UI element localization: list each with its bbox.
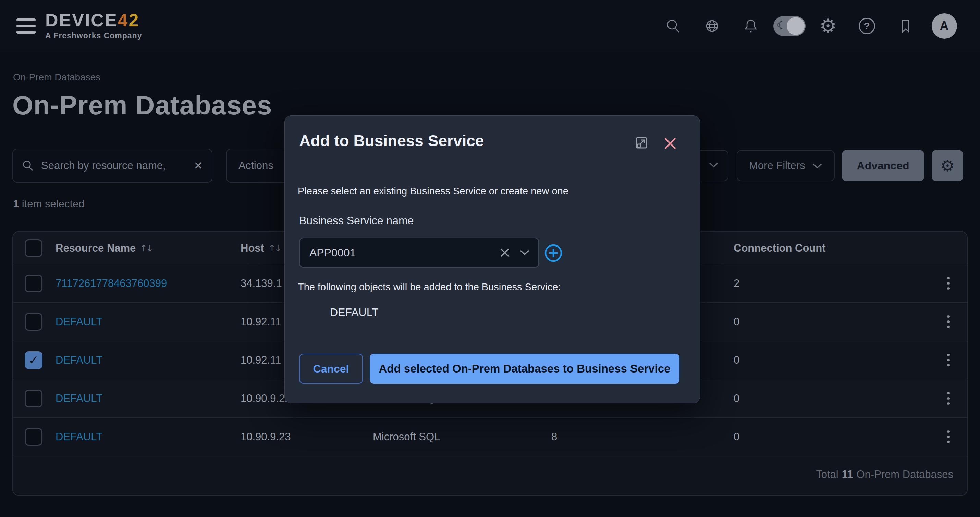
row-checkbox-checked[interactable]: ✓ — [25, 351, 43, 369]
connection-count-cell: 2 — [733, 278, 941, 290]
theme-toggle[interactable]: ☾ — [770, 16, 809, 36]
row-kebab-menu-icon[interactable] — [941, 430, 955, 443]
type-cell: Microsoft SQL — [373, 431, 551, 443]
connection-count-cell: 0 — [733, 392, 941, 405]
row-checkbox[interactable]: ✓ — [25, 428, 43, 446]
cancel-button[interactable]: Cancel — [299, 354, 363, 384]
moon-icon: ☾ — [777, 19, 786, 31]
device42-logo: DEVICE42 A Freshworks Company — [45, 11, 142, 40]
selection-count: 1 — [13, 198, 19, 210]
logo-tagline: A Freshworks Company — [45, 31, 142, 40]
chevron-down-icon[interactable] — [519, 249, 530, 256]
table-row: ✓ DEFAULT 10.90.9.23 Microsoft SQL 8 0 — [13, 418, 967, 456]
connection-count-cell: 0 — [733, 431, 941, 443]
top-navigation-bar: DEVICE42 A Freshworks Company ☾ ⚙ ? A — [0, 0, 980, 52]
globe-language-icon[interactable] — [692, 18, 731, 34]
more-filters-label: More Filters — [749, 160, 805, 172]
resource-name-link[interactable]: DEFAULT — [56, 316, 240, 328]
modal-description: Please select an existing Business Servi… — [298, 186, 568, 197]
page-title: On-Prem Databases — [12, 90, 272, 121]
connection-count-cell: 0 — [733, 316, 941, 328]
host-cell: 10.90.9.23 — [240, 431, 373, 443]
objects-note: The following objects will be added to t… — [298, 281, 561, 293]
business-service-select[interactable]: APP0001 — [299, 238, 539, 268]
row-kebab-menu-icon[interactable] — [941, 277, 955, 290]
business-service-name-label: Business Service name — [299, 214, 414, 227]
row-checkbox[interactable]: ✓ — [25, 313, 43, 331]
logo-accent-4: 4 — [118, 10, 129, 30]
connection-count-cell: 0 — [733, 354, 941, 366]
submit-add-button[interactable]: Add selected On-Prem Databases to Busine… — [370, 354, 679, 384]
table-footer-total: Total 11 On-Prem Databases — [13, 456, 967, 493]
search-clear-icon[interactable]: ✕ — [194, 159, 203, 172]
help-icon[interactable]: ? — [847, 18, 886, 34]
notifications-bell-icon[interactable] — [731, 18, 770, 34]
search-placeholder: Search by resource name, — [41, 160, 187, 172]
hamburger-menu-icon[interactable] — [16, 19, 36, 33]
resource-name-link[interactable]: DEFAULT — [56, 392, 240, 405]
bookmark-icon[interactable] — [886, 18, 925, 34]
sort-icon[interactable]: ↑↓ — [140, 243, 152, 253]
select-all-checkbox[interactable]: ✓ — [25, 239, 43, 257]
table-settings-gear-button[interactable]: ⚙ — [932, 150, 963, 181]
selection-label: item selected — [19, 198, 84, 210]
advanced-label: Advanced — [857, 160, 909, 172]
row-checkbox[interactable]: ✓ — [25, 390, 43, 408]
logo-text: DEVICE — [45, 10, 118, 30]
mid-count-cell: 8 — [551, 431, 733, 443]
search-icon — [22, 160, 34, 172]
row-kebab-menu-icon[interactable] — [941, 392, 955, 405]
search-icon[interactable] — [654, 18, 692, 34]
logo-accent-2: 2 — [129, 10, 140, 30]
object-list-item: DEFAULT — [330, 306, 379, 319]
resource-name-link[interactable]: DEFAULT — [56, 354, 240, 366]
create-business-service-icon[interactable] — [544, 243, 563, 264]
user-avatar[interactable]: A — [925, 13, 964, 39]
actions-label: Actions — [239, 160, 274, 172]
column-header-connection-count[interactable]: Connection Count — [733, 242, 941, 254]
chevron-down-icon — [812, 160, 822, 172]
sort-icon[interactable]: ↑↓ — [268, 243, 281, 253]
resource-name-link[interactable]: 7117261778463760399 — [56, 278, 240, 290]
row-kebab-menu-icon[interactable] — [941, 354, 955, 366]
settings-gear-icon[interactable]: ⚙ — [809, 16, 847, 36]
advanced-button[interactable]: Advanced — [842, 150, 924, 181]
toggle-knob — [787, 17, 805, 35]
column-header-resource-name[interactable]: Resource Name↑↓ — [56, 242, 240, 254]
row-kebab-menu-icon[interactable] — [941, 316, 955, 328]
add-to-business-service-modal: Add to Business Service Please select an… — [285, 116, 700, 403]
search-input[interactable]: Search by resource name, ✕ — [12, 149, 212, 183]
business-service-value: APP0001 — [309, 246, 499, 259]
close-modal-icon[interactable] — [663, 136, 678, 152]
clear-selection-icon[interactable] — [499, 247, 510, 258]
row-checkbox[interactable]: ✓ — [25, 274, 43, 292]
expand-modal-icon[interactable] — [633, 136, 649, 153]
modal-title: Add to Business Service — [299, 132, 484, 150]
chevron-down-icon — [709, 162, 719, 170]
resource-name-link[interactable]: DEFAULT — [56, 431, 240, 443]
breadcrumb[interactable]: On-Prem Databases — [13, 72, 100, 83]
total-count: 11 — [842, 468, 853, 481]
more-filters-dropdown[interactable]: More Filters — [737, 150, 835, 181]
selection-summary: 1 item selected — [13, 198, 84, 210]
